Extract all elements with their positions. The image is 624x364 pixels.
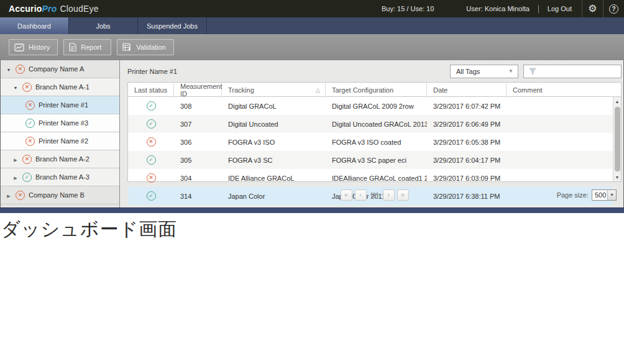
tree-item-branch-a3[interactable]: Branch Name A-3 — [1, 168, 119, 186]
validation-button[interactable]: Validation — [117, 39, 174, 55]
cell-tracking: FOGRA v3 SC — [222, 157, 326, 164]
settings-button[interactable]: ⚙ — [582, 0, 603, 17]
table-row[interactable]: 308 Digital GRACoL Digital GRACoL 2009 2… — [128, 97, 613, 115]
divider — [538, 5, 539, 13]
logout-link[interactable]: Log Out — [548, 5, 572, 12]
main-panel: Printer Name #1 All Tags ▼ Last status M… — [120, 60, 623, 207]
next-page-button[interactable]: › — [383, 189, 395, 201]
column-header-date[interactable]: Date — [427, 83, 507, 98]
cell-target-configuration: Digital GRACoL 2009 2row — [326, 102, 427, 110]
last-page-button[interactable]: » — [397, 189, 409, 201]
brand-cloudeye: CloudEye — [60, 4, 98, 14]
content-area: Company Name A Branch Name A-1 Printer N… — [0, 60, 624, 207]
chevron-down-icon: ▼ — [607, 190, 616, 200]
pagination: « ‹ [1] › » — [340, 189, 408, 201]
tree-item-label: Company Name B — [29, 191, 85, 199]
cell-date: 3/29/2017 6:07:42 PM — [427, 102, 507, 110]
expand-arrow-icon[interactable] — [12, 173, 19, 181]
expand-arrow-icon[interactable] — [12, 155, 19, 163]
tree-item-label: Branch Name A-1 — [35, 83, 89, 91]
window-bottom-bar — [0, 207, 624, 213]
column-header-tracking[interactable]: Tracking△ — [222, 83, 326, 98]
license-counter: Buy: 15 / Use: 10 — [382, 5, 434, 12]
status-ok-icon — [147, 155, 156, 165]
previous-page-button[interactable]: ‹ — [354, 189, 366, 201]
cell-target-configuration: FOGRA v3 SC paper eci — [326, 157, 427, 164]
filter-funnel-icon — [528, 67, 538, 76]
cell-tracking: FOGRA v3 ISO — [222, 139, 326, 146]
tree-item-company-b[interactable]: Company Name B — [1, 186, 119, 204]
scroll-up-icon[interactable]: ▲ — [613, 97, 621, 106]
vertical-scrollbar[interactable]: ▲ ▼ — [613, 97, 621, 181]
screen: AccurioPro CloudEye Buy: 15 / Use: 10 Us… — [0, 0, 624, 364]
table-footer: « ‹ [1] › » Page size: 500 ▼ — [127, 182, 622, 207]
cell-measurement-id: 306 — [174, 139, 222, 146]
validation-button-label: Validation — [136, 43, 166, 51]
status-icon — [22, 173, 32, 182]
tree-item-label: Company Name A — [29, 65, 84, 73]
status-ok-icon — [147, 101, 156, 111]
cell-tracking: Digital GRACoL — [222, 102, 326, 110]
cell-date: 3/29/2017 6:06:49 PM — [427, 121, 507, 128]
report-document-icon — [69, 43, 76, 52]
cell-measurement-id: 307 — [174, 121, 222, 128]
column-header-target-configuration[interactable]: Target Configuration — [326, 83, 427, 98]
expand-arrow-icon[interactable] — [6, 65, 12, 73]
app-logo: AccurioPro CloudEye — [9, 4, 99, 14]
expand-arrow-icon[interactable] — [6, 191, 12, 199]
filter-input[interactable] — [538, 66, 621, 77]
validation-checklist-icon — [122, 43, 132, 52]
tree-item-branch-a2[interactable]: Branch Name A-2 — [1, 150, 119, 168]
table-row[interactable]: 306 FOGRA v3 ISO FOGRA v3 ISO coated 3/2… — [128, 133, 613, 151]
column-header-tracking-label: Tracking — [228, 86, 254, 94]
status-icon — [25, 137, 35, 146]
column-header-measurement-id[interactable]: Measurement ID — [174, 83, 222, 98]
brand-accurio: Accurio — [9, 4, 42, 14]
page-size-dropdown[interactable]: 500 ▼ — [592, 189, 617, 201]
page-size-value: 500 — [592, 191, 607, 199]
scroll-down-icon[interactable]: ▼ — [613, 173, 621, 181]
tab-suspended-jobs[interactable]: Suspended Jobs — [138, 17, 207, 34]
tree-item-branch-a1[interactable]: Branch Name A-1 — [1, 78, 119, 96]
cell-measurement-id: 308 — [174, 102, 222, 110]
table-header-row: Last status Measurement ID Tracking△ Tar… — [128, 83, 621, 97]
report-button[interactable]: Report — [63, 39, 111, 55]
status-error-icon — [147, 137, 156, 147]
column-header-comment[interactable]: Comment — [507, 83, 621, 98]
main-tab-bar: Dashboard Jobs Suspended Jobs — [0, 17, 624, 34]
table-body: 308 Digital GRACoL Digital GRACoL 2009 2… — [128, 97, 621, 181]
help-button[interactable]: ? — [603, 0, 624, 17]
table-row[interactable]: 307 Digital Uncoated Digital Uncoated GR… — [128, 115, 613, 133]
history-button-label: History — [29, 43, 50, 51]
cell-measurement-id: 305 — [174, 157, 222, 164]
column-header-last-status[interactable]: Last status — [128, 83, 174, 98]
tree-item-printer-3[interactable]: Printer Name #3 — [1, 114, 119, 132]
tags-dropdown[interactable]: All Tags ▼ — [450, 65, 518, 78]
first-page-button[interactable]: « — [340, 189, 352, 201]
table-row[interactable]: 305 FOGRA v3 SC FOGRA v3 SC paper eci 3/… — [128, 151, 613, 169]
status-icon — [25, 119, 35, 128]
measurements-table: Last status Measurement ID Tracking△ Tar… — [127, 82, 622, 182]
report-button-label: Report — [81, 43, 101, 51]
sort-ascending-icon: △ — [316, 87, 320, 93]
cell-tracking: IDE Alliance GRACoL — [222, 175, 326, 182]
cell-target-configuration: FOGRA v3 ISO coated — [326, 139, 427, 146]
tree-item-label: Branch Name A-2 — [35, 155, 89, 163]
tree-item-label: Branch Name A-3 — [35, 173, 89, 181]
scrollbar-thumb[interactable] — [615, 107, 620, 171]
history-button[interactable]: History — [9, 39, 58, 55]
tab-dashboard[interactable]: Dashboard — [0, 17, 69, 34]
history-chart-icon — [14, 43, 24, 52]
status-icon — [22, 155, 32, 164]
cell-date: 3/29/2017 6:05:38 PM — [427, 139, 507, 146]
tree-item-company-a[interactable]: Company Name A — [1, 60, 119, 78]
status-icon — [22, 83, 32, 92]
tab-jobs[interactable]: Jobs — [69, 17, 138, 34]
tree-item-printer-1[interactable]: Printer Name #1 — [1, 96, 119, 114]
expand-arrow-icon[interactable] — [12, 83, 19, 91]
main-header: Printer Name #1 All Tags ▼ — [127, 60, 622, 82]
tree-item-printer-2[interactable]: Printer Name #2 — [1, 132, 119, 150]
cell-date: 3/29/2017 6:03:09 PM — [427, 175, 507, 182]
chevron-down-icon: ▼ — [508, 68, 513, 74]
filter-field[interactable] — [523, 65, 622, 78]
